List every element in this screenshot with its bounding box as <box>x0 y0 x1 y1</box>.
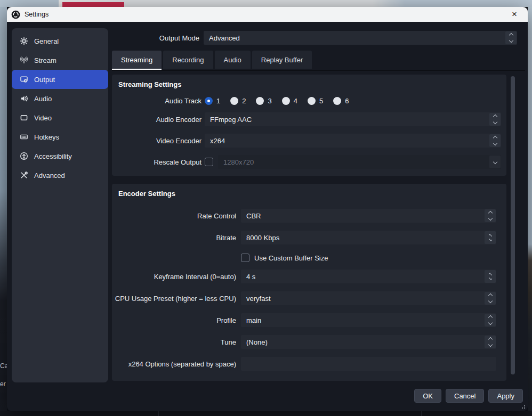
video-encoder-select[interactable]: x264 <box>205 134 501 148</box>
spinner-arrows-icon[interactable] <box>485 231 496 244</box>
profile-select[interactable]: main <box>241 313 496 327</box>
radio-icon[interactable] <box>282 97 290 105</box>
radio-icon[interactable] <box>256 97 264 105</box>
tune-value: (None) <box>246 338 268 346</box>
bitrate-label: Bitrate <box>112 234 241 242</box>
chevron-updown-icon[interactable] <box>489 134 501 147</box>
audio-encoder-label: Audio Encoder <box>112 116 205 124</box>
radio-checked-icon[interactable] <box>205 97 213 105</box>
audio-track-option-3[interactable]: 3 <box>256 97 271 105</box>
cancel-button[interactable]: Cancel <box>446 389 484 403</box>
section-title: Encoder Settings <box>112 184 506 198</box>
rate-control-value: CBR <box>246 212 261 220</box>
encoder-settings-section: Encoder Settings Rate Control CBR Bitrat… <box>112 184 506 381</box>
background-text-fragment: Ca <box>0 362 7 370</box>
keyframe-interval-spinbox[interactable]: 4 s <box>241 270 496 283</box>
video-encoder-value: x264 <box>210 137 225 145</box>
radio-label: 5 <box>319 97 323 105</box>
radio-icon[interactable] <box>333 97 341 105</box>
chevron-updown-icon[interactable] <box>485 292 496 305</box>
x264-options-row: x264 Options (separated by space) <box>112 357 496 371</box>
section-title: Streaming Settings <box>112 75 506 89</box>
cpu-preset-value: veryfast <box>246 295 271 303</box>
radio-icon[interactable] <box>308 97 316 105</box>
streaming-settings-section: Streaming Settings Audio Track 1 2 3 4 5… <box>112 75 506 176</box>
audio-track-row: Audio Track 1 2 3 4 5 6 <box>112 96 501 105</box>
audio-encoder-value: FFmpeg AAC <box>210 116 252 124</box>
sidebar-item-label: Hotkeys <box>34 133 59 141</box>
rate-control-select[interactable]: CBR <box>241 209 496 223</box>
x264-options-input[interactable] <box>241 357 496 371</box>
background-divider <box>158 411 159 416</box>
video-encoder-row: Video Encoder x264 <box>112 134 501 148</box>
settings-dialog: Settings × General Stream <box>7 7 528 411</box>
vertical-scrollbar[interactable] <box>511 76 515 374</box>
ok-button[interactable]: OK <box>414 389 441 403</box>
output-mode-row: Output Mode Advanced <box>112 31 517 45</box>
settings-sidebar: General Stream Output Audio <box>12 28 108 382</box>
bitrate-value: 8000 Kbps <box>246 234 279 242</box>
keyframe-interval-row: Keyframe Interval (0=auto) 4 s <box>112 270 496 283</box>
tab-recording[interactable]: Recording <box>163 51 213 69</box>
audio-track-radio-group: 1 2 3 4 5 6 <box>205 97 349 105</box>
tune-row: Tune (None) <box>112 335 496 349</box>
output-mode-select[interactable]: Advanced <box>204 31 517 45</box>
output-mode-value: Advanced <box>209 34 240 42</box>
resize-grip-icon[interactable] <box>520 404 525 409</box>
sidebar-item-hotkeys[interactable]: Hotkeys <box>12 127 108 146</box>
screen-share-icon <box>20 75 28 84</box>
audio-track-option-4[interactable]: 4 <box>282 97 297 105</box>
rescale-output-checkbox[interactable] <box>205 158 213 166</box>
tab-streaming[interactable]: Streaming <box>112 51 162 69</box>
speaker-icon <box>20 94 28 103</box>
sidebar-item-video[interactable]: Video <box>12 108 108 127</box>
tune-select[interactable]: (None) <box>241 335 496 349</box>
sidebar-item-audio[interactable]: Audio <box>12 89 108 108</box>
audio-track-option-6[interactable]: 6 <box>333 97 349 105</box>
accessibility-icon <box>20 152 28 160</box>
sidebar-item-stream[interactable]: Stream <box>12 51 108 70</box>
video-encoder-label: Video Encoder <box>112 137 205 145</box>
radio-label: 6 <box>345 97 349 105</box>
window-title: Settings <box>25 11 49 18</box>
rescale-output-row: Rescale Output 1280x720 <box>112 155 501 169</box>
rate-control-row: Rate Control CBR <box>112 209 496 223</box>
audio-track-option-2[interactable]: 2 <box>230 97 246 105</box>
tab-divider <box>112 70 525 71</box>
cpu-preset-label: CPU Usage Preset (higher = less CPU) <box>112 295 241 303</box>
output-tabbar: Streaming Recording Audio Replay Buffer <box>112 51 312 69</box>
tab-audio[interactable]: Audio <box>215 51 251 69</box>
sidebar-item-advanced[interactable]: Advanced <box>12 166 108 185</box>
audio-track-option-1[interactable]: 1 <box>205 97 220 105</box>
chevron-updown-icon[interactable] <box>505 31 517 44</box>
chevron-updown-icon[interactable] <box>485 336 496 348</box>
obs-logo-icon <box>11 10 20 19</box>
audio-track-option-5[interactable]: 5 <box>308 97 323 105</box>
radio-icon[interactable] <box>230 97 238 105</box>
rescale-resolution-value: 1280x720 <box>223 158 254 166</box>
chevron-updown-icon[interactable] <box>489 113 501 126</box>
audio-encoder-select[interactable]: FFmpeg AAC <box>205 112 501 126</box>
chevron-updown-icon[interactable] <box>485 209 496 222</box>
spinner-arrows-icon[interactable] <box>485 270 496 283</box>
apply-button[interactable]: Apply <box>488 389 523 403</box>
custom-buffer-checkbox[interactable] <box>241 254 249 262</box>
desktop-right-strip <box>528 7 532 416</box>
keyboard-icon <box>20 133 28 141</box>
gear-icon <box>20 37 28 45</box>
tools-icon <box>20 171 28 180</box>
chevron-updown-icon[interactable] <box>485 314 496 327</box>
close-icon[interactable]: × <box>505 7 523 22</box>
sidebar-item-output[interactable]: Output <box>12 70 108 89</box>
x264-options-label: x264 Options (separated by space) <box>112 360 241 368</box>
radio-label: 3 <box>268 97 271 105</box>
sidebar-item-label: Stream <box>34 56 57 64</box>
cpu-preset-select[interactable]: veryfast <box>241 291 496 305</box>
titlebar[interactable]: Settings × <box>7 7 528 22</box>
custom-buffer-label: Use Custom Buffer Size <box>254 254 328 262</box>
tab-replay-buffer[interactable]: Replay Buffer <box>252 51 312 69</box>
rescale-output-label: Rescale Output <box>112 158 205 166</box>
sidebar-item-general[interactable]: General <box>12 31 108 51</box>
sidebar-item-accessibility[interactable]: Accessibility <box>12 146 108 166</box>
bitrate-spinbox[interactable]: 8000 Kbps <box>241 231 496 244</box>
